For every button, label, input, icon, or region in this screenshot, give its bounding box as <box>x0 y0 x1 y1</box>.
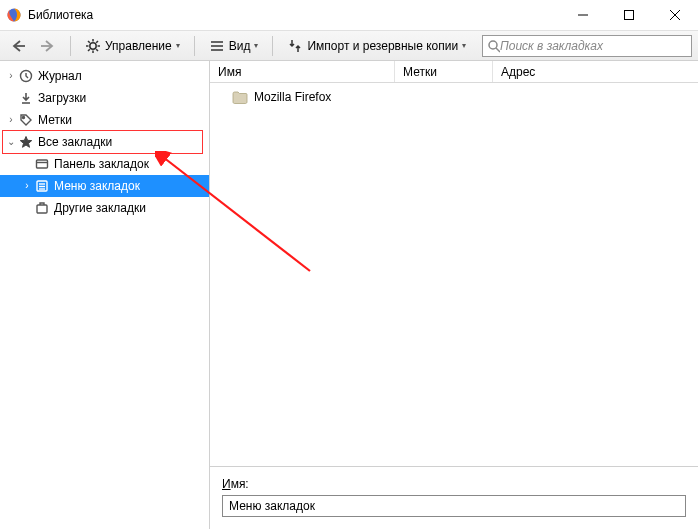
chevron-down-icon: ▾ <box>176 41 180 50</box>
search-icon <box>487 39 500 53</box>
tree-item-bookmarks-menu[interactable]: › Меню закладок <box>0 175 209 197</box>
tree-label: Все закладки <box>38 135 112 149</box>
main-split: › Журнал Загрузки › Метки ⌄ Все закладки… <box>0 61 698 529</box>
chevron-down-icon: ▾ <box>462 41 466 50</box>
chevron-right-icon: › <box>20 181 34 191</box>
column-name[interactable]: Имя <box>210 61 395 82</box>
tag-icon <box>18 112 34 128</box>
svg-rect-30 <box>37 205 47 213</box>
import-button[interactable]: Импорт и резервные копии ▾ <box>283 34 470 58</box>
tree-label: Меню закладок <box>54 179 140 193</box>
tree-item-other-bookmarks[interactable]: Другие закладки <box>0 197 209 219</box>
svg-line-12 <box>88 41 90 43</box>
window-controls <box>560 0 698 30</box>
tree-label: Журнал <box>38 69 82 83</box>
toolbar-separator <box>194 36 195 56</box>
folder-icon <box>232 91 248 104</box>
chevron-down-icon: ⌄ <box>4 137 18 147</box>
tree-item-bookmarks-toolbar[interactable]: Панель закладок <box>0 153 209 175</box>
column-tags[interactable]: Метки <box>395 61 493 82</box>
svg-rect-2 <box>625 10 634 19</box>
content-pane: Имя Метки Адрес Mozilla Firefox Имя: <box>210 61 698 529</box>
tree-item-all-bookmarks[interactable]: ⌄ Все закладки <box>0 131 209 153</box>
close-button[interactable] <box>652 0 698 30</box>
tree-label: Метки <box>38 113 72 127</box>
chevron-right-icon: › <box>4 115 18 125</box>
list-item-name: Mozilla Firefox <box>254 90 331 104</box>
manage-button[interactable]: Управление ▾ <box>81 34 184 58</box>
toolbar-separator <box>70 36 71 56</box>
minimize-button[interactable] <box>560 0 606 30</box>
bookmarks-menu-icon <box>34 178 50 194</box>
details-name-label: Имя: <box>222 477 254 491</box>
titlebar: Библиотека <box>0 0 698 30</box>
firefox-app-icon <box>6 7 22 23</box>
maximize-button[interactable] <box>606 0 652 30</box>
chevron-right-icon: › <box>4 71 18 81</box>
import-label: Импорт и резервные копии <box>307 39 458 53</box>
tree-label: Загрузки <box>38 91 86 105</box>
other-bookmarks-icon <box>34 200 50 216</box>
toolbar: Управление ▾ Вид ▾ Импорт и резервные ко… <box>0 30 698 61</box>
chevron-down-icon: ▾ <box>254 41 258 50</box>
views-label: Вид <box>229 39 251 53</box>
back-button[interactable] <box>6 34 30 58</box>
tree-item-downloads[interactable]: Загрузки <box>0 87 209 109</box>
download-icon <box>18 90 34 106</box>
list-area: Mozilla Firefox <box>210 83 698 466</box>
svg-line-14 <box>96 41 98 43</box>
tree-label: Панель закладок <box>54 157 149 171</box>
svg-line-13 <box>96 49 98 51</box>
tree-item-history[interactable]: › Журнал <box>0 65 209 87</box>
forward-button[interactable] <box>36 34 60 58</box>
search-box[interactable] <box>482 35 692 57</box>
search-input[interactable] <box>500 39 687 53</box>
details-pane: Имя: <box>210 466 698 529</box>
window-title: Библиотека <box>28 8 560 22</box>
svg-line-15 <box>88 49 90 51</box>
svg-rect-24 <box>37 160 48 168</box>
tree-label: Другие закладки <box>54 201 146 215</box>
details-name-input[interactable] <box>222 495 686 517</box>
star-icon <box>18 134 34 150</box>
sidebar-tree: › Журнал Загрузки › Метки ⌄ Все закладки… <box>0 61 210 529</box>
column-address[interactable]: Адрес <box>493 61 698 82</box>
manage-label: Управление <box>105 39 172 53</box>
clock-icon <box>18 68 34 84</box>
columns-header: Имя Метки Адрес <box>210 61 698 83</box>
views-button[interactable]: Вид ▾ <box>205 34 263 58</box>
tree-item-tags[interactable]: › Метки <box>0 109 209 131</box>
list-item[interactable]: Mozilla Firefox <box>210 87 698 107</box>
svg-point-7 <box>90 42 96 48</box>
bookmarks-toolbar-icon <box>34 156 50 172</box>
svg-point-19 <box>489 41 497 49</box>
svg-point-23 <box>23 117 25 119</box>
toolbar-separator <box>272 36 273 56</box>
